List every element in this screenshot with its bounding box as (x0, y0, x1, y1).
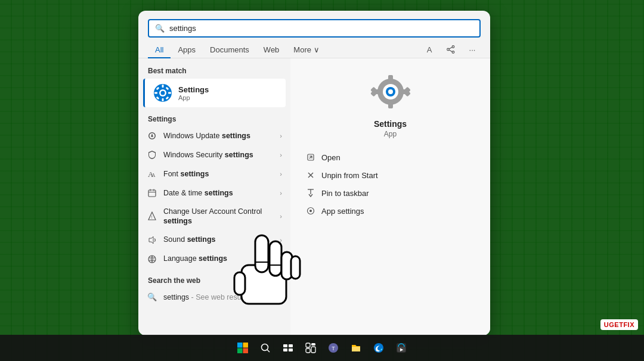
svg-marker-24 (149, 236, 153, 244)
search-web-label: Search the web (148, 276, 200, 285)
svg-rect-57 (237, 343, 243, 348)
chevron-right-icon-3: › (280, 170, 282, 178)
action-list: Open Unpin from Start Pin to taskbar (300, 149, 481, 219)
datetime-settings-text: Date & time settings (163, 188, 274, 198)
svg-rect-70 (311, 347, 315, 353)
settings-preview-icon (369, 70, 412, 113)
taskbar: T ▶ (0, 335, 644, 361)
unpin-start-label: Unpin from Start (321, 171, 378, 180)
language-icon (147, 254, 157, 264)
app-settings-label: App settings (321, 207, 364, 216)
search-web-section-divider: Search the web (138, 269, 290, 288)
open-label: Open (321, 153, 340, 162)
svg-point-48 (309, 210, 312, 212)
windows-update-settings-item[interactable]: Windows Update settings › (138, 126, 290, 145)
watermark: UGETFIX (600, 319, 638, 330)
font-icon: AA (147, 169, 157, 179)
taskbar-store-icon[interactable]: ▶ (392, 338, 411, 357)
svg-point-1 (452, 51, 454, 54)
windows-update-text: Windows Update settings (163, 131, 274, 141)
svg-rect-67 (306, 343, 310, 347)
svg-line-3 (449, 47, 452, 49)
chevron-right-icon-2: › (280, 151, 282, 158)
datetime-icon (147, 188, 157, 198)
svg-rect-9 (162, 98, 164, 101)
svg-line-62 (267, 350, 270, 352)
web-search-icon: 🔍 (147, 292, 157, 303)
svg-rect-65 (283, 348, 287, 351)
svg-line-4 (449, 50, 452, 52)
best-match-item[interactable]: Settings App (143, 79, 286, 107)
uac-settings-text: Change User Account Control settings (163, 207, 274, 226)
svg-point-7 (161, 91, 165, 95)
windows-security-text: Windows Security settings (163, 150, 274, 160)
settings-section-divider: Settings (138, 107, 290, 126)
taskbar-edge-icon[interactable] (369, 338, 388, 357)
app-preview-name: Settings (374, 119, 407, 129)
svg-point-2 (447, 48, 450, 51)
best-match-label: Best match (138, 64, 290, 79)
tab-apps[interactable]: Apps (171, 42, 203, 58)
search-input[interactable]: settings (169, 24, 473, 33)
svg-rect-10 (154, 92, 157, 94)
svg-rect-69 (306, 348, 310, 353)
tab-profile-icon[interactable]: A (421, 41, 438, 58)
svg-rect-58 (243, 343, 249, 348)
tab-share-icon[interactable] (442, 41, 459, 58)
pin-taskbar-action[interactable]: Pin to taskbar (300, 185, 481, 201)
svg-rect-64 (289, 344, 293, 347)
sound-settings-item[interactable]: Sound settings › (138, 231, 290, 250)
chevron-right-icon-4: › (280, 189, 282, 197)
open-action[interactable]: Open (300, 149, 481, 166)
tab-all[interactable]: All (148, 42, 171, 58)
uac-settings-item[interactable]: ! Change User Account Control settings › (138, 203, 290, 231)
chevron-right-icon-5: › (280, 213, 282, 220)
taskbar-search-icon[interactable] (256, 338, 275, 357)
language-settings-item[interactable]: Language settings › (138, 250, 290, 269)
pin-taskbar-label: Pin to taskbar (321, 189, 369, 198)
font-settings-text: Font settings (163, 169, 274, 179)
taskbar-chat-icon[interactable]: T (324, 338, 343, 357)
chevron-right-icon-7: › (280, 256, 282, 263)
search-bar[interactable]: 🔍 settings (148, 19, 481, 38)
svg-text:T: T (332, 346, 335, 351)
svg-point-25 (148, 256, 156, 263)
unpin-start-action[interactable]: Unpin from Start (300, 167, 481, 183)
svg-rect-59 (237, 348, 243, 354)
windows-security-settings-item[interactable]: Windows Security settings › (138, 145, 290, 164)
svg-rect-66 (289, 348, 293, 351)
taskbar-task-view-icon[interactable] (278, 338, 298, 357)
best-match-sub: App (178, 94, 209, 101)
open-icon (306, 153, 315, 162)
svg-rect-63 (283, 344, 287, 347)
language-settings-text: Language settings (163, 254, 274, 263)
datetime-settings-item[interactable]: Date & time settings › (138, 183, 290, 203)
tab-documents[interactable]: Documents (203, 42, 256, 58)
sound-settings-text: Sound settings (163, 235, 274, 244)
svg-rect-29 (388, 75, 393, 81)
svg-point-61 (262, 344, 268, 351)
search-icon: 🔍 (155, 24, 165, 33)
svg-point-0 (452, 46, 454, 48)
svg-point-41 (388, 89, 393, 94)
chevron-right-icon-6: › (280, 236, 282, 244)
tab-more[interactable]: More ∨ (286, 42, 326, 58)
tab-more-options-icon[interactable]: ··· (464, 41, 481, 58)
svg-rect-68 (311, 343, 315, 346)
svg-rect-30 (388, 102, 393, 108)
settings-small-icon (153, 83, 172, 102)
tabs-bar: All Apps Documents Web More ∨ A (138, 38, 490, 58)
taskbar-widgets-icon[interactable] (301, 338, 320, 357)
svg-text:A: A (151, 172, 156, 178)
tab-web[interactable]: Web (256, 42, 287, 58)
tabs-right-actions: A ··· (421, 41, 481, 58)
pin-taskbar-icon (306, 188, 315, 198)
font-settings-item[interactable]: AA Font settings › (138, 164, 290, 183)
app-settings-action[interactable]: App settings (300, 203, 481, 219)
search-web-item[interactable]: 🔍 settings - See web results (138, 288, 290, 307)
windows-start-icon[interactable] (233, 338, 252, 357)
svg-rect-18 (148, 190, 156, 197)
uac-icon: ! (147, 211, 157, 222)
taskbar-file-explorer-icon[interactable] (346, 338, 366, 357)
settings-section-label: Settings (148, 115, 176, 123)
